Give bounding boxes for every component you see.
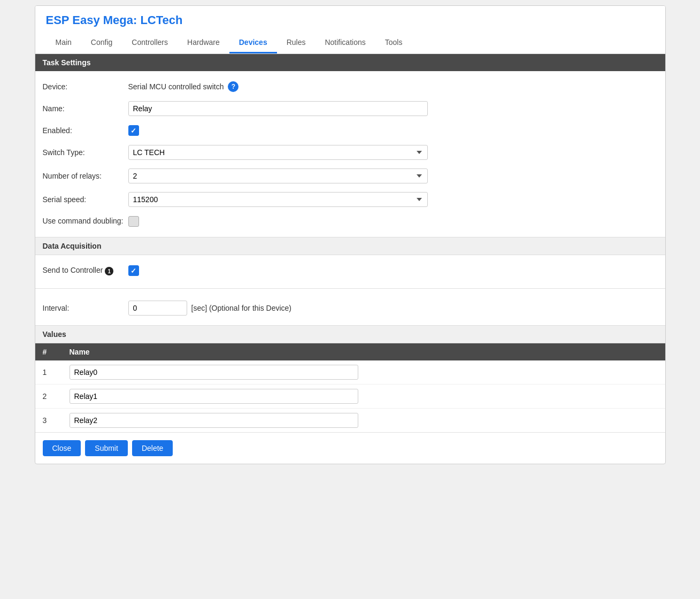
cmd-doubling-label: Use command doubling:	[43, 216, 128, 227]
interval-input[interactable]	[128, 301, 187, 316]
data-acquisition-header: Data Acquisition	[35, 237, 665, 255]
app-container: ESP Easy Mega: LCTech Main Config Contro…	[35, 5, 666, 464]
serial-speed-label: Serial speed:	[43, 195, 128, 204]
app-title: ESP Easy Mega: LCTech	[46, 13, 655, 27]
action-buttons: Close Submit Delete	[35, 432, 665, 464]
device-label: Device:	[43, 82, 128, 91]
switch-type-select[interactable]: LC TECH	[128, 145, 428, 160]
table-row: 1	[35, 360, 665, 385]
col-name-header: Name	[62, 343, 665, 360]
nav-tab-list: Main Config Controllers Hardware Devices…	[46, 33, 655, 53]
cmd-doubling-row: Use command doubling:	[43, 211, 658, 232]
relay0-input[interactable]	[70, 365, 358, 380]
close-button[interactable]: Close	[43, 440, 81, 456]
interval-hint: [sec] (Optional for this Device)	[191, 304, 292, 312]
tab-rules[interactable]: Rules	[277, 33, 316, 53]
interval-row: Interval: [sec] (Optional for this Devic…	[43, 296, 658, 320]
delete-button[interactable]: Delete	[132, 440, 173, 456]
submit-button[interactable]: Submit	[85, 440, 128, 456]
name-input[interactable]	[128, 101, 428, 116]
table-row: 3	[35, 409, 665, 433]
app-header: ESP Easy Mega: LCTech Main Config Contro…	[35, 6, 665, 54]
tab-controllers[interactable]: Controllers	[122, 33, 178, 53]
separator-1	[35, 288, 665, 289]
tab-tools[interactable]: Tools	[375, 33, 412, 53]
name-row: Name:	[43, 97, 658, 120]
row-3-value-cell	[62, 409, 665, 433]
interval-label: Interval:	[43, 304, 128, 312]
data-acquisition-form: Send to Controller 1	[35, 255, 665, 286]
col-num-header: #	[35, 343, 62, 360]
task-settings-header: Task Settings	[35, 54, 665, 71]
main-content: Task Settings Device: Serial MCU control…	[35, 54, 665, 464]
tab-main[interactable]: Main	[46, 33, 81, 53]
switch-type-label: Switch Type:	[43, 148, 128, 157]
relay1-input[interactable]	[70, 389, 358, 404]
row-1-value-cell	[62, 360, 665, 385]
help-icon[interactable]: ?	[228, 81, 239, 92]
task-settings-form: Device: Serial MCU controlled switch ? N…	[35, 71, 665, 237]
controller-badge: 1	[105, 267, 113, 275]
serial-speed-row: Serial speed: 115200	[43, 188, 658, 211]
relay2-input[interactable]	[70, 413, 358, 428]
device-value: Serial MCU controlled switch	[128, 82, 224, 91]
tab-notifications[interactable]: Notifications	[315, 33, 375, 53]
serial-speed-select[interactable]: 115200	[128, 192, 428, 207]
send-to-controller-row: Send to Controller 1	[43, 260, 658, 281]
row-2-value-cell	[62, 385, 665, 409]
device-value-wrapper: Serial MCU controlled switch ?	[128, 81, 239, 92]
row-2-num: 2	[35, 385, 62, 409]
tab-config[interactable]: Config	[81, 33, 122, 53]
switch-type-row: Switch Type: LC TECH	[43, 141, 658, 164]
send-to-controller-checkbox[interactable]	[128, 265, 139, 276]
row-3-num: 3	[35, 409, 62, 433]
row-1-num: 1	[35, 360, 62, 385]
tab-devices[interactable]: Devices	[229, 33, 277, 53]
send-to-controller-label-wrapper: Send to Controller 1	[43, 266, 128, 275]
cmd-doubling-checkbox[interactable]	[128, 216, 139, 227]
name-label: Name:	[43, 104, 128, 113]
table-row: 2	[35, 385, 665, 409]
interval-form: Interval: [sec] (Optional for this Devic…	[35, 291, 665, 325]
values-subheader: Values	[35, 325, 665, 343]
tab-hardware[interactable]: Hardware	[178, 33, 229, 53]
enabled-label: Enabled:	[43, 126, 128, 135]
values-table-header-row: # Name	[35, 343, 665, 360]
send-to-controller-label: Send to Controller 1	[43, 266, 128, 275]
num-relays-row: Number of relays: 2	[43, 164, 658, 188]
nav-tabs: Main Config Controllers Hardware Devices…	[46, 33, 655, 53]
enabled-row: Enabled:	[43, 120, 658, 141]
num-relays-select[interactable]: 2	[128, 168, 428, 183]
values-table: # Name 1 2 3	[35, 343, 665, 432]
device-row: Device: Serial MCU controlled switch ?	[43, 76, 658, 97]
num-relays-label: Number of relays:	[43, 172, 128, 180]
enabled-checkbox[interactable]	[128, 125, 139, 136]
